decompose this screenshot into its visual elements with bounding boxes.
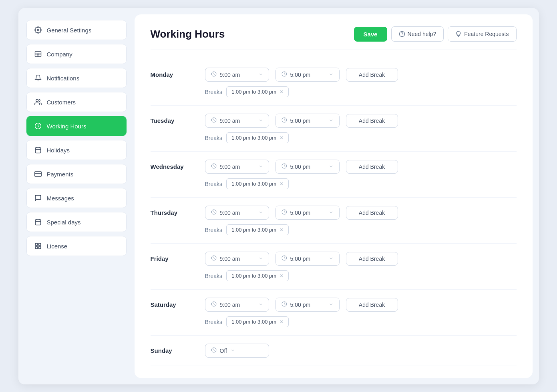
svg-rect-15	[38, 243, 40, 245]
break-label-saturday: Breaks	[205, 319, 223, 325]
end-time-saturday[interactable]: 5:00 pm	[275, 298, 340, 312]
day-row-main-saturday: Saturday 9:00 am 5:00 pm Add Break	[151, 298, 517, 312]
clock-start-icon-monday	[211, 71, 217, 78]
chevron-start-icon-saturday	[258, 302, 263, 308]
add-break-button-thursday[interactable]: Add Break	[346, 206, 398, 220]
remove-break-wednesday[interactable]: ✕	[280, 181, 284, 187]
day-row-saturday: Saturday 9:00 am 5:00 pm Add Break	[151, 290, 517, 336]
break-time-monday: 1:00 pm to 3:00 pm	[231, 89, 276, 95]
end-time-tuesday[interactable]: 5:00 pm	[275, 114, 340, 128]
end-time-monday[interactable]: 5:00 pm	[275, 68, 340, 82]
end-time-friday[interactable]: 5:00 pm	[275, 252, 340, 266]
add-break-button-tuesday[interactable]: Add Break	[346, 114, 398, 128]
svg-point-2	[36, 99, 38, 102]
start-time-sunday[interactable]: Off	[205, 344, 269, 358]
sidebar-item-license[interactable]: License	[26, 236, 127, 256]
remove-break-thursday[interactable]: ✕	[280, 227, 284, 233]
gear-icon	[34, 26, 42, 34]
day-label-friday: Friday	[151, 255, 199, 262]
save-button[interactable]: Save	[354, 27, 387, 42]
break-time-tuesday: 1:00 pm to 3:00 pm	[231, 135, 276, 141]
remove-break-saturday[interactable]: ✕	[280, 319, 284, 325]
break-row-tuesday: Breaks 1:00 pm to 3:00 pm ✕	[205, 132, 517, 143]
clock-start-icon-tuesday	[211, 117, 217, 124]
header-actions: Save Need help? Feature Requests	[354, 26, 517, 42]
feature-requests-button[interactable]: Feature Requests	[448, 26, 516, 42]
credit-card-icon	[34, 170, 42, 178]
bell-icon	[34, 74, 42, 82]
sidebar-item-notifications[interactable]: Notifications	[26, 68, 127, 88]
add-break-button-saturday[interactable]: Add Break	[346, 298, 398, 312]
day-label-sunday: Sunday	[151, 347, 199, 354]
message-icon	[34, 194, 42, 202]
remove-break-friday[interactable]: ✕	[280, 273, 284, 279]
day-row-main-wednesday: Wednesday 9:00 am 5:00 pm Add Break	[151, 160, 517, 174]
end-value-monday: 5:00 pm	[290, 72, 311, 78]
start-value-thursday: 9:00 am	[220, 210, 240, 216]
break-label-monday: Breaks	[205, 89, 223, 95]
svg-rect-4	[35, 148, 41, 153]
sidebar-item-general-settings[interactable]: General Settings	[26, 20, 127, 40]
clock-end-icon-tuesday	[282, 117, 287, 124]
need-help-button[interactable]: Need help?	[391, 26, 444, 42]
add-break-button-wednesday[interactable]: Add Break	[346, 160, 398, 174]
end-time-wednesday[interactable]: 5:00 pm	[275, 160, 340, 174]
start-time-tuesday[interactable]: 9:00 am	[205, 114, 269, 128]
sidebar-item-working-hours[interactable]: Working Hours	[26, 116, 127, 136]
chevron-start-icon-thursday	[258, 210, 263, 216]
day-row-monday: Monday 9:00 am 5:00 pm Add Break	[151, 60, 517, 106]
sidebar-item-messages[interactable]: Messages	[26, 188, 127, 208]
sidebar-item-label: Messages	[47, 195, 74, 202]
chevron-end-icon-monday	[329, 72, 334, 78]
day-label-wednesday: Wednesday	[151, 163, 199, 170]
start-time-thursday[interactable]: 9:00 am	[205, 206, 269, 220]
svg-rect-14	[35, 243, 37, 245]
chevron-icon-sunday	[230, 348, 235, 354]
remove-break-tuesday[interactable]: ✕	[280, 135, 284, 141]
start-time-wednesday[interactable]: 9:00 am	[205, 160, 269, 174]
chevron-end-icon-wednesday	[329, 164, 334, 170]
sidebar-item-holidays[interactable]: Holidays	[26, 140, 127, 160]
sidebar-item-payments[interactable]: Payments	[26, 164, 127, 184]
add-break-button-monday[interactable]: Add Break	[346, 68, 398, 82]
svg-rect-17	[38, 247, 40, 249]
remove-break-monday[interactable]: ✕	[280, 89, 284, 95]
break-tag-saturday: 1:00 pm to 3:00 pm ✕	[226, 316, 289, 327]
sidebar-item-label: Holidays	[47, 147, 70, 154]
sidebar-item-customers[interactable]: Customers	[26, 92, 127, 112]
clock-end-icon-saturday	[282, 301, 287, 308]
chevron-end-icon-saturday	[329, 302, 334, 308]
start-value-monday: 9:00 am	[220, 72, 240, 78]
lightbulb-icon	[455, 31, 462, 37]
start-value-friday: 9:00 am	[220, 256, 240, 262]
start-time-saturday[interactable]: 9:00 am	[205, 298, 269, 312]
day-row-wednesday: Wednesday 9:00 am 5:00 pm Add Break	[151, 152, 517, 198]
day-row-main-tuesday: Tuesday 9:00 am 5:00 pm Add Break	[151, 114, 517, 128]
day-label-monday: Monday	[151, 71, 199, 78]
day-row-friday: Friday 9:00 am 5:00 pm Add Break	[151, 244, 517, 290]
app-container: General Settings Company Notifications C…	[18, 8, 539, 384]
end-time-thursday[interactable]: 5:00 pm	[275, 206, 340, 220]
sidebar-item-company[interactable]: Company	[26, 44, 127, 64]
start-value-tuesday: 9:00 am	[220, 118, 240, 124]
sidebar-item-label: General Settings	[47, 27, 92, 34]
add-break-button-friday[interactable]: Add Break	[346, 252, 398, 266]
sidebar-item-label: Notifications	[47, 75, 80, 82]
end-value-wednesday: 5:00 pm	[290, 164, 311, 170]
day-row-tuesday: Tuesday 9:00 am 5:00 pm Add Break	[151, 106, 517, 152]
day-row-thursday: Thursday 9:00 am 5:00 pm Add Break	[151, 198, 517, 244]
sidebar-item-label: Working Hours	[47, 123, 86, 130]
break-time-wednesday: 1:00 pm to 3:00 pm	[231, 181, 276, 187]
grid-icon	[34, 242, 42, 250]
end-value-thursday: 5:00 pm	[290, 210, 311, 216]
start-time-friday[interactable]: 9:00 am	[205, 252, 269, 266]
start-time-monday[interactable]: 9:00 am	[205, 68, 269, 82]
day-row-main-monday: Monday 9:00 am 5:00 pm Add Break	[151, 68, 517, 82]
break-label-wednesday: Breaks	[205, 181, 223, 187]
sidebar-item-label: License	[47, 243, 68, 250]
chevron-start-icon-wednesday	[258, 164, 263, 170]
break-tag-monday: 1:00 pm to 3:00 pm ✕	[226, 86, 289, 97]
building-icon	[34, 50, 42, 58]
sidebar-item-special-days[interactable]: Special days	[26, 212, 127, 232]
break-row-friday: Breaks 1:00 pm to 3:00 pm ✕	[205, 270, 517, 281]
